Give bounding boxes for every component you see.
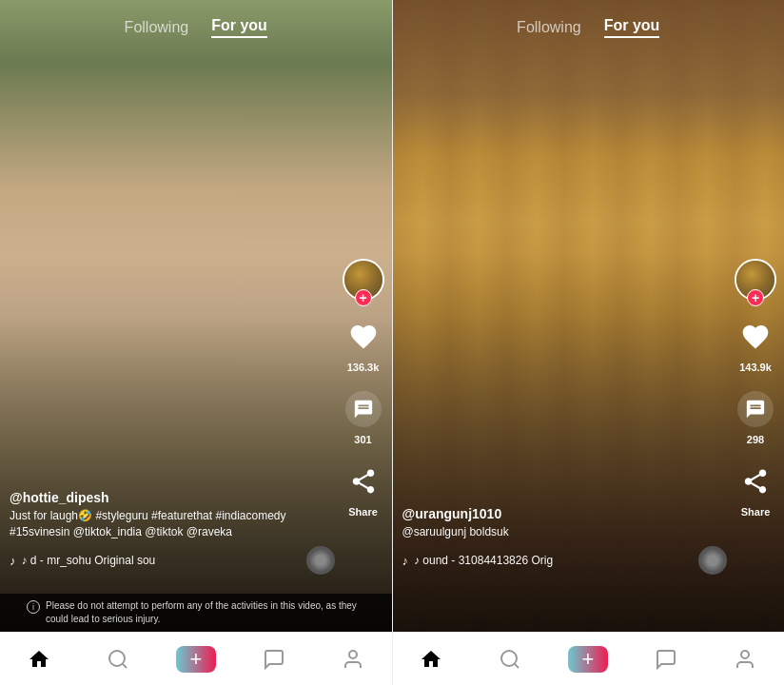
profile-icon-right [733, 647, 757, 672]
music-disc-left [306, 546, 335, 575]
avatar-container-right[interactable]: + [735, 259, 776, 301]
add-button-left[interactable]: + [176, 646, 216, 673]
inbox-icon-right [654, 647, 678, 672]
like-icon-wrap-left [343, 316, 384, 358]
description2-right: @saruulgunj boldsuk [402, 524, 728, 540]
warning-text-left: Please do not attempt to perform any of … [46, 599, 363, 626]
nav-home-right[interactable] [392, 641, 470, 677]
tab-following-right[interactable]: Following [517, 19, 581, 36]
comment-count-left: 301 [354, 434, 371, 445]
comment-icon-wrap-right [735, 388, 776, 430]
share-action-left[interactable]: Share [343, 460, 384, 518]
share-label-left: Share [348, 506, 378, 518]
nav-add-left[interactable]: + [157, 640, 235, 678]
music-row-right: ♪ ♪ ound - 31084413826 Orig [402, 546, 728, 575]
warning-banner-left: i Please do not attempt to perform any o… [0, 594, 392, 632]
music-row-left: ♪ ♪ d - mr_sohu Original sou [10, 546, 335, 575]
nav-inbox-right[interactable] [627, 641, 705, 677]
share-icon-wrap-right [735, 460, 776, 502]
comment-icon-left [353, 399, 374, 420]
home-icon-right [419, 647, 443, 672]
video-overlay-left [0, 253, 392, 632]
tab-foryou-right[interactable]: For you [604, 17, 660, 38]
svg-point-0 [109, 651, 125, 666]
share-action-right[interactable]: Share [735, 460, 776, 518]
tab-foryou-left[interactable]: For you [211, 17, 267, 38]
video-panel-right: Following For you + 143.9k [392, 0, 785, 632]
nav-profile-left[interactable] [314, 641, 392, 677]
like-count-left: 136.3k [347, 362, 380, 373]
tab-following-left[interactable]: Following [125, 19, 189, 36]
profile-icon-left [341, 647, 365, 672]
add-button-right[interactable]: + [568, 646, 608, 673]
bottom-info-right: @urangunj1010 @saruulgunj boldsuk ♪ ♪ ou… [402, 506, 728, 575]
heart-icon-right [740, 322, 771, 352]
description-left: Just for laugh🤣 #styleguru #featurethat … [10, 508, 335, 540]
search-icon-left [106, 647, 130, 672]
music-disc-right [698, 546, 727, 575]
svg-point-3 [501, 651, 517, 666]
comment-icon-wrap-left [343, 388, 384, 430]
nav-profile-right[interactable] [706, 641, 784, 677]
music-note-right: ♪ [402, 554, 409, 568]
music-note-left: ♪ [10, 554, 16, 568]
svg-point-2 [349, 651, 357, 658]
add-plus-right: + [582, 647, 595, 672]
comment-count-right: 298 [747, 434, 764, 445]
svg-point-5 [741, 651, 749, 658]
avatar-container-left[interactable]: + [343, 259, 384, 301]
video-overlay-right [393, 253, 785, 632]
username-left[interactable]: @hottie_dipesh [10, 490, 335, 505]
follow-plus-right[interactable]: + [747, 289, 764, 306]
follow-plus-left[interactable]: + [355, 289, 372, 306]
panel-header-left: Following For you [0, 0, 392, 48]
bottom-info-left: @hottie_dipesh Just for laugh🤣 #stylegur… [10, 490, 335, 575]
heart-icon-left [348, 322, 379, 352]
video-panel-left: Following For you + 136.3k [0, 0, 392, 632]
like-count-right: 143.9k [739, 362, 772, 373]
like-icon-wrap-right [735, 316, 776, 358]
svg-line-1 [122, 663, 126, 667]
share-icon-wrap-left [343, 460, 384, 502]
share-icon-right [741, 467, 770, 496]
like-action-right[interactable]: 143.9k [735, 316, 776, 373]
share-icon-left [349, 467, 378, 496]
svg-line-4 [514, 663, 518, 667]
music-text-left: ♪ d - mr_sohu Original sou [22, 554, 301, 567]
action-buttons-left: + 136.3k 301 [343, 259, 384, 518]
panel-header-right: Following For you [393, 0, 785, 48]
like-action-left[interactable]: 136.3k [343, 316, 384, 373]
search-icon-right [498, 647, 522, 672]
username-right[interactable]: @urangunj1010 [402, 506, 728, 521]
nav-search-right[interactable] [470, 641, 548, 677]
comment-action-left[interactable]: 301 [343, 388, 384, 445]
warning-icon-left: i [27, 600, 40, 614]
action-buttons-right: + 143.9k 298 [735, 259, 776, 518]
home-icon-left [27, 647, 51, 672]
nav-inbox-left[interactable] [235, 641, 313, 677]
bottom-navigation: + [0, 632, 784, 685]
inbox-icon-left [262, 647, 286, 672]
add-plus-left: + [190, 647, 203, 672]
nav-add-right[interactable]: + [549, 640, 627, 678]
comment-bubble-right [737, 391, 774, 427]
comment-bubble-left [345, 391, 382, 427]
comment-icon-right [745, 399, 766, 420]
share-label-right: Share [741, 506, 771, 518]
comment-action-right[interactable]: 298 [735, 388, 776, 445]
nav-search-left[interactable] [78, 641, 156, 677]
music-text-right: ♪ ound - 31084413826 Orig [414, 554, 693, 567]
nav-home-left[interactable] [0, 641, 78, 677]
